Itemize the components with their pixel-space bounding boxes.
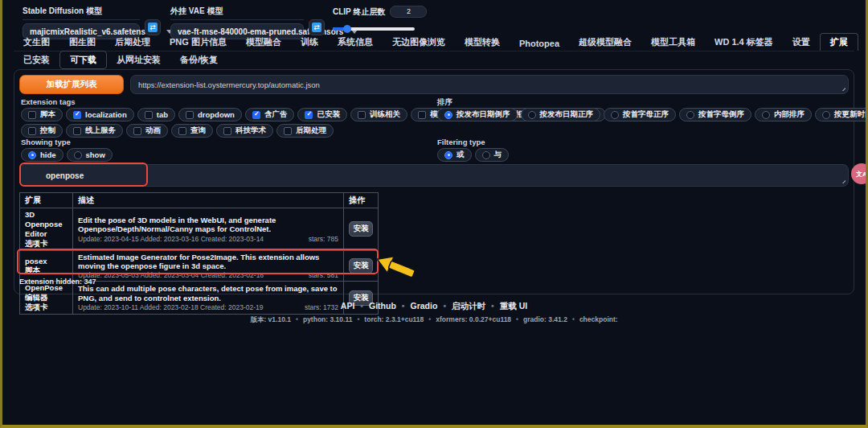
tab-img2img[interactable]: 图生图 [59,34,105,51]
extension-description: Estimated Image Generator for Pose2Image… [78,253,338,271]
extension-index-url-value: https://extension-list.oystermercury.top… [138,80,320,89]
showing-type-row: hide show [21,148,113,162]
tag-localization[interactable]: localization [66,108,134,121]
clip-skip-number-input[interactable]: 2 [390,6,427,18]
tab-system-info[interactable]: 系统信息 [328,34,383,51]
tag-tab[interactable]: tab [137,108,175,121]
checkbox-icon[interactable] [28,127,36,135]
tag-training[interactable]: 训练相关 [350,108,407,121]
radio-icon[interactable] [611,111,619,119]
sort-internal[interactable]: 内部排序 [755,108,812,121]
checkbox-icon[interactable] [28,111,36,119]
tab-png-info[interactable]: PNG 图片信息 [160,34,236,51]
extension-stars: stars: 785 [309,235,338,243]
radio-selected-icon[interactable] [28,151,36,159]
tab-infinite-image-browser[interactable]: 无边图像浏览 [383,34,455,51]
tab-backup-restore[interactable]: 备份/恢复 [170,51,227,68]
tab-install-from-url[interactable]: 从网址安装 [107,51,170,68]
radio-icon[interactable] [482,151,490,159]
radio-selected-icon[interactable] [444,111,452,119]
sort-z-a[interactable]: 按首字母倒序 [679,108,751,121]
footer-link-startup-profile[interactable]: 启动计时 [452,301,485,311]
translate-float-button[interactable]: 文A [851,163,868,184]
column-header-action: 操作 [344,193,379,208]
install-button[interactable]: 安装 [349,258,373,274]
footer-link-github[interactable]: Github [369,301,396,311]
showing-show-option[interactable]: show [67,148,113,162]
refresh-icon [148,23,158,32]
sort-label: 排序 [437,97,452,108]
checkbox-icon[interactable] [418,111,426,119]
table-header-row: 扩展 描述 操作 [20,193,379,208]
checkbox-icon[interactable] [223,127,231,135]
checkbox-icon[interactable] [358,111,366,119]
tab-model-toolkit[interactable]: 模型工具箱 [641,34,705,51]
tag-postprocessing[interactable]: 后期处理 [276,124,334,138]
tag-dropdown[interactable]: dropdown [178,108,242,121]
tag-installed[interactable]: 已安装 [297,108,347,121]
radio-icon[interactable] [74,151,82,159]
slider-handle[interactable] [343,25,351,33]
checkbox-icon[interactable] [186,111,194,119]
resize-handle[interactable] [840,178,845,183]
extension-description: Edit the pose of 3D models in the WebUI,… [78,216,338,234]
extension-tags-row-2: 控制 线上服务 动画 查询 科技学术 后期处理 [21,124,334,138]
annotation-arrow-icon [375,253,421,286]
table-row-posex: posex 脚本 Estimated Image Generator for P… [20,250,379,282]
tab-available[interactable]: 可下载 [59,51,107,69]
filtering-or-option[interactable]: 或 [437,148,472,162]
tab-wd14-tagger[interactable]: WD 1.4 标签器 [705,34,783,51]
tag-controlnet[interactable]: 控制 [21,124,63,138]
sort-a-z[interactable]: 按首字母正序 [604,108,676,121]
tab-extras[interactable]: 后期处理 [105,34,160,51]
extension-index-url-input[interactable]: https://extension-list.oystermercury.top… [130,75,849,94]
radio-selected-icon[interactable] [444,151,452,159]
checkbox-icon[interactable] [133,127,141,135]
column-header-extension: 扩展 [20,193,73,208]
install-button[interactable]: 安装 [349,221,373,237]
clip-skip-slider[interactable] [333,27,415,31]
radio-icon[interactable] [686,111,694,119]
checkbox-checked-icon[interactable] [252,111,260,119]
resize-handle[interactable] [840,85,845,91]
footer-link-gradio[interactable]: Gradio [411,301,438,311]
tag-animation[interactable]: 动画 [126,124,168,138]
tab-train[interactable]: 训练 [291,34,328,51]
extensions-table: 扩展 描述 操作 3D Openpose Editor 选项卡 Edit the… [19,192,379,315]
checkbox-icon[interactable] [178,127,186,135]
tag-ads[interactable]: 含广告 [245,108,295,121]
sort-oldest-first[interactable]: 按发布日期正序 [521,108,601,121]
tab-photopea[interactable]: Photopea [510,36,569,51]
tag-query[interactable]: 查询 [171,124,213,138]
filtering-and-option[interactable]: 与 [475,148,510,162]
sort-options-row: 按发布日期倒序 按发布日期正序 按首字母正序 按首字母倒序 内部排序 按更新时间… [437,108,868,121]
sd-model-refresh-button[interactable] [145,19,161,35]
tab-checkpoint-merger[interactable]: 模型融合 [236,34,291,51]
tab-model-converter[interactable]: 模型转换 [455,34,510,51]
showing-hide-option[interactable]: hide [21,148,63,162]
load-extension-list-button[interactable]: 加载扩展列表 [19,75,124,94]
checkbox-icon[interactable] [145,111,153,119]
tab-extensions[interactable]: 扩展 [820,33,858,51]
sort-update-time[interactable]: 按更新时间 [815,108,868,121]
checkbox-checked-icon[interactable] [73,111,81,119]
checkbox-checked-icon[interactable] [305,111,313,119]
footer-link-api[interactable]: API [341,301,355,311]
radio-icon[interactable] [528,111,536,119]
tab-settings[interactable]: 设置 [783,34,820,51]
extension-search-input[interactable]: openpose [19,164,849,187]
tab-installed[interactable]: 已安装 [14,51,59,68]
tab-supermerger[interactable]: 超级模型融合 [569,34,641,51]
tag-science[interactable]: 科技学术 [216,124,273,138]
sort-newest-first[interactable]: 按发布日期倒序 [437,108,518,121]
radio-icon[interactable] [762,111,770,119]
tab-txt2img[interactable]: 文生图 [14,34,59,51]
tag-script[interactable]: 脚本 [21,108,63,121]
checkbox-icon[interactable] [284,127,292,135]
vae-refresh-button[interactable] [309,19,325,35]
extension-hidden-count: Extension hidden: 347 [19,278,96,286]
radio-icon[interactable] [822,111,830,119]
checkbox-icon[interactable] [73,127,81,135]
footer-link-reload-ui[interactable]: 重载 UI [500,301,527,311]
tag-online[interactable]: 线上服务 [66,124,123,138]
